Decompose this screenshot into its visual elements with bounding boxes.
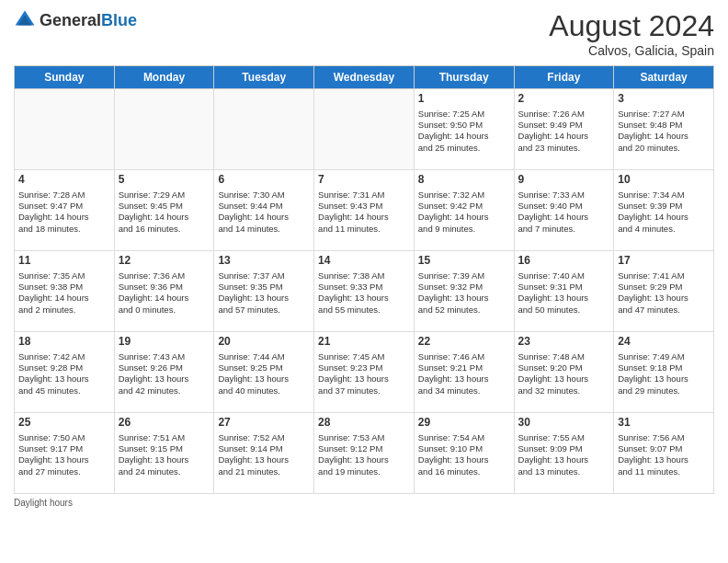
day-info: Sunrise: 7:38 AM Sunset: 9:33 PM Dayligh… <box>318 270 410 316</box>
day-number: 12 <box>119 254 210 269</box>
day-number: 19 <box>119 335 210 350</box>
day-number: 13 <box>218 254 310 269</box>
day-info: Sunrise: 7:26 AM Sunset: 9:49 PM Dayligh… <box>518 109 610 154</box>
header: GeneralBlue August 2024 Calvos, Galicia,… <box>14 9 714 58</box>
day-number: 3 <box>618 92 710 107</box>
day-number: 5 <box>119 173 210 188</box>
day-info: Sunrise: 7:45 AM Sunset: 9:23 PM Dayligh… <box>318 351 410 396</box>
day-number: 11 <box>18 254 110 269</box>
day-info: Sunrise: 7:32 AM Sunset: 9:42 PM Dayligh… <box>418 190 510 235</box>
table-row: 17Sunrise: 7:41 AM Sunset: 9:29 PM Dayli… <box>614 251 714 332</box>
calendar-table: Sunday Monday Tuesday Wednesday Thursday… <box>14 65 714 494</box>
day-info: Sunrise: 7:27 AM Sunset: 9:48 PM Dayligh… <box>618 109 710 154</box>
day-info: Sunrise: 7:43 AM Sunset: 9:26 PM Dayligh… <box>119 351 210 396</box>
header-monday: Monday <box>114 66 214 89</box>
table-row: 2Sunrise: 7:26 AM Sunset: 9:49 PM Daylig… <box>514 89 614 170</box>
table-row: 20Sunrise: 7:44 AM Sunset: 9:25 PM Dayli… <box>214 332 314 413</box>
daylight-hours-label: Daylight hours <box>14 498 73 508</box>
title-section: August 2024 Calvos, Galicia, Spain <box>549 9 714 58</box>
day-info: Sunrise: 7:35 AM Sunset: 9:38 PM Dayligh… <box>18 270 110 316</box>
day-info: Sunrise: 7:54 AM Sunset: 9:10 PM Dayligh… <box>418 432 510 477</box>
day-info: Sunrise: 7:46 AM Sunset: 9:21 PM Dayligh… <box>418 351 510 396</box>
day-info: Sunrise: 7:50 AM Sunset: 9:17 PM Dayligh… <box>18 432 110 477</box>
table-row: 9Sunrise: 7:33 AM Sunset: 9:40 PM Daylig… <box>514 170 614 251</box>
table-row: 27Sunrise: 7:52 AM Sunset: 9:14 PM Dayli… <box>214 413 314 494</box>
table-row: 4Sunrise: 7:28 AM Sunset: 9:47 PM Daylig… <box>15 170 115 251</box>
header-sunday: Sunday <box>15 66 115 89</box>
calendar-week-row: 1Sunrise: 7:25 AM Sunset: 9:50 PM Daylig… <box>15 89 714 170</box>
day-info: Sunrise: 7:56 AM Sunset: 9:07 PM Dayligh… <box>618 432 710 477</box>
day-info: Sunrise: 7:55 AM Sunset: 9:09 PM Dayligh… <box>518 432 610 477</box>
day-number: 17 <box>618 254 710 269</box>
footer-note: Daylight hours <box>14 498 714 508</box>
calendar-week-row: 25Sunrise: 7:50 AM Sunset: 9:17 PM Dayli… <box>15 413 714 494</box>
table-row: 25Sunrise: 7:50 AM Sunset: 9:17 PM Dayli… <box>15 413 115 494</box>
day-number: 15 <box>418 254 510 269</box>
day-number: 18 <box>18 335 110 350</box>
table-row: 6Sunrise: 7:30 AM Sunset: 9:44 PM Daylig… <box>214 170 314 251</box>
table-row: 23Sunrise: 7:48 AM Sunset: 9:20 PM Dayli… <box>514 332 614 413</box>
day-number: 25 <box>18 416 110 431</box>
table-row: 10Sunrise: 7:34 AM Sunset: 9:39 PM Dayli… <box>614 170 714 251</box>
day-number: 24 <box>618 335 710 350</box>
header-friday: Friday <box>514 66 614 89</box>
day-info: Sunrise: 7:39 AM Sunset: 9:32 PM Dayligh… <box>418 270 510 316</box>
day-info: Sunrise: 7:31 AM Sunset: 9:43 PM Dayligh… <box>318 190 410 235</box>
day-info: Sunrise: 7:52 AM Sunset: 9:14 PM Dayligh… <box>218 432 310 477</box>
day-number: 23 <box>518 335 610 350</box>
location: Calvos, Galicia, Spain <box>549 43 714 58</box>
table-row: 19Sunrise: 7:43 AM Sunset: 9:26 PM Dayli… <box>114 332 214 413</box>
day-number: 29 <box>418 416 510 431</box>
table-row <box>214 89 314 170</box>
table-row: 7Sunrise: 7:31 AM Sunset: 9:43 PM Daylig… <box>314 170 415 251</box>
day-info: Sunrise: 7:44 AM Sunset: 9:25 PM Dayligh… <box>218 351 310 396</box>
day-info: Sunrise: 7:29 AM Sunset: 9:45 PM Dayligh… <box>119 190 210 235</box>
day-number: 2 <box>518 92 610 107</box>
header-wednesday: Wednesday <box>314 66 415 89</box>
table-row: 13Sunrise: 7:37 AM Sunset: 9:35 PM Dayli… <box>214 251 314 332</box>
day-number: 4 <box>18 173 110 188</box>
table-row: 16Sunrise: 7:40 AM Sunset: 9:31 PM Dayli… <box>514 251 614 332</box>
table-row <box>314 89 415 170</box>
day-info: Sunrise: 7:42 AM Sunset: 9:28 PM Dayligh… <box>18 351 110 396</box>
day-info: Sunrise: 7:41 AM Sunset: 9:29 PM Dayligh… <box>618 270 710 316</box>
day-number: 7 <box>318 173 410 188</box>
day-number: 9 <box>518 173 610 188</box>
calendar-week-row: 18Sunrise: 7:42 AM Sunset: 9:28 PM Dayli… <box>15 332 714 413</box>
day-info: Sunrise: 7:25 AM Sunset: 9:50 PM Dayligh… <box>418 109 510 154</box>
logo-text: GeneralBlue <box>40 11 137 30</box>
day-number: 1 <box>418 92 510 107</box>
day-info: Sunrise: 7:36 AM Sunset: 9:36 PM Dayligh… <box>119 270 210 316</box>
day-info: Sunrise: 7:51 AM Sunset: 9:15 PM Dayligh… <box>119 432 210 477</box>
day-number: 22 <box>418 335 510 350</box>
day-info: Sunrise: 7:30 AM Sunset: 9:44 PM Dayligh… <box>218 190 310 235</box>
day-number: 31 <box>618 416 710 431</box>
table-row: 18Sunrise: 7:42 AM Sunset: 9:28 PM Dayli… <box>15 332 115 413</box>
page: GeneralBlue August 2024 Calvos, Galicia,… <box>0 0 728 563</box>
table-row: 31Sunrise: 7:56 AM Sunset: 9:07 PM Dayli… <box>614 413 714 494</box>
table-row: 14Sunrise: 7:38 AM Sunset: 9:33 PM Dayli… <box>314 251 415 332</box>
day-info: Sunrise: 7:34 AM Sunset: 9:39 PM Dayligh… <box>618 190 710 235</box>
logo: GeneralBlue <box>14 9 137 31</box>
day-number: 30 <box>518 416 610 431</box>
day-number: 6 <box>218 173 310 188</box>
logo-general: General <box>40 11 101 29</box>
table-row <box>114 89 214 170</box>
header-thursday: Thursday <box>414 66 514 89</box>
day-number: 20 <box>218 335 310 350</box>
table-row: 24Sunrise: 7:49 AM Sunset: 9:18 PM Dayli… <box>614 332 714 413</box>
day-number: 10 <box>618 173 710 188</box>
logo-blue: Blue <box>101 11 137 29</box>
table-row: 21Sunrise: 7:45 AM Sunset: 9:23 PM Dayli… <box>314 332 415 413</box>
day-number: 26 <box>119 416 210 431</box>
day-number: 16 <box>518 254 610 269</box>
calendar-week-row: 4Sunrise: 7:28 AM Sunset: 9:47 PM Daylig… <box>15 170 714 251</box>
month-year: August 2024 <box>549 9 714 43</box>
day-number: 14 <box>318 254 410 269</box>
table-row: 11Sunrise: 7:35 AM Sunset: 9:38 PM Dayli… <box>15 251 115 332</box>
day-number: 27 <box>218 416 310 431</box>
day-info: Sunrise: 7:40 AM Sunset: 9:31 PM Dayligh… <box>518 270 610 316</box>
table-row: 22Sunrise: 7:46 AM Sunset: 9:21 PM Dayli… <box>414 332 514 413</box>
table-row: 8Sunrise: 7:32 AM Sunset: 9:42 PM Daylig… <box>414 170 514 251</box>
table-row: 15Sunrise: 7:39 AM Sunset: 9:32 PM Dayli… <box>414 251 514 332</box>
